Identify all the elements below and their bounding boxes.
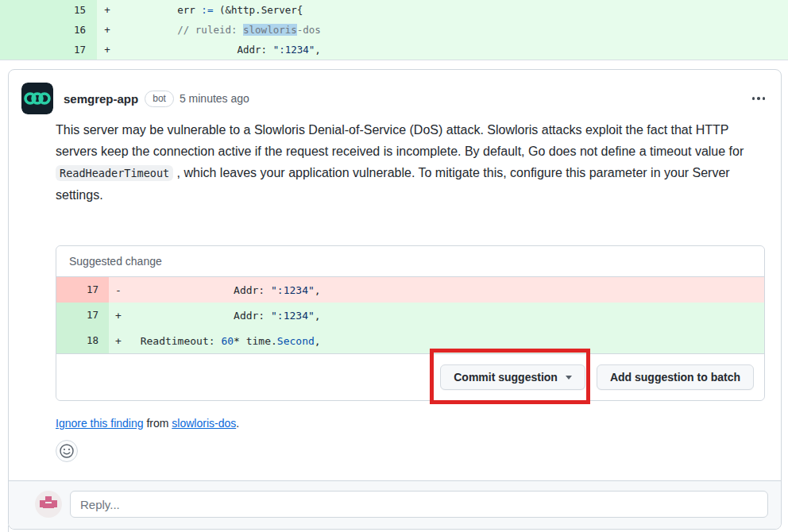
suggested-change-box: Suggested change 17 - Addr: ":1234", 17 … [56,245,765,401]
diff-sign: + [109,310,128,322]
dropdown-caret-icon [566,376,572,380]
suggested-change-title: Suggested change [56,246,764,277]
line-number[interactable]: 16 [0,20,97,40]
review-comment-card: semgrep-app bot 5 minutes ago This serve… [8,69,782,530]
add-suggestion-label: Add suggestion to batch [610,371,740,384]
reply-input[interactable] [70,491,768,518]
suggestion-actions: Commit suggestion Add suggestion to batc… [56,353,764,400]
diff-sign: + [97,4,118,16]
code-line: // ruleid: slowloris-dos [118,24,321,36]
comment-body: This server may be vulnerable to a Slowl… [56,119,749,206]
thread-border-line [8,526,9,532]
diff-row: 16 + // ruleid: slowloris-dos [0,20,788,40]
ignore-finding-line: Ignore this finding from slowloris-dos. [56,417,768,430]
file-diff-context: 15 + err := (&http.Server{ 16 + // rulei… [0,0,788,60]
line-number: 17 [56,277,109,303]
line-number: 18 [56,328,109,353]
comment-header: semgrep-app bot 5 minutes ago [9,70,781,114]
line-number[interactable]: 15 [0,0,97,20]
semgrep-logo-icon [21,83,53,114]
smiley-icon [59,443,75,459]
ignore-line-period: . [236,417,239,430]
reply-bar [9,480,781,529]
code-line: Addr: ":1234", [118,44,321,56]
ignore-finding-link[interactable]: Ignore this finding [56,417,144,430]
kebab-menu-icon[interactable] [749,92,769,105]
code-line: Addr: ":1234", [128,310,321,322]
suggestion-deleted-row: 17 - Addr: ":1234", [56,277,764,303]
code-line: err := (&http.Server{ [118,4,303,16]
commit-suggestion-label: Commit suggestion [454,371,558,384]
diff-row: 15 + err := (&http.Server{ [0,0,788,20]
comment-author[interactable]: semgrep-app [64,92,138,106]
add-suggestion-to-batch-button[interactable]: Add suggestion to batch [597,364,754,390]
suggestion-added-row: 17 + Addr: ":1234", [56,303,764,328]
diff-sign: + [97,44,118,56]
suggestion-added-row: 18 + Readtimeout: 60* time.Second, [56,328,764,353]
semgrep-bot-avatar[interactable] [21,83,53,114]
bot-badge: bot [145,91,174,107]
identicon-icon [35,491,62,518]
comment-timestamp[interactable]: 5 minutes ago [180,92,249,105]
code-line: Addr: ":1234", [128,284,321,296]
commit-suggestion-button[interactable]: Commit suggestion [440,364,585,390]
diff-row: 17 + Addr: ":1234", [0,40,788,60]
add-reaction-button[interactable] [56,440,78,462]
ignore-line-text: from [144,417,172,430]
diff-sign: + [109,335,128,347]
user-avatar[interactable] [35,491,62,518]
comment-text: This server may be vulnerable to a Slowl… [56,123,744,158]
diff-sign: - [109,284,128,296]
line-number[interactable]: 17 [0,40,97,60]
code-line: Readtimeout: 60* time.Second, [128,335,321,347]
inline-code: ReadHeaderTimeout [56,165,173,181]
diff-sign: + [97,24,118,36]
line-number: 17 [56,303,109,328]
rule-link[interactable]: slowloris-dos [172,417,236,430]
